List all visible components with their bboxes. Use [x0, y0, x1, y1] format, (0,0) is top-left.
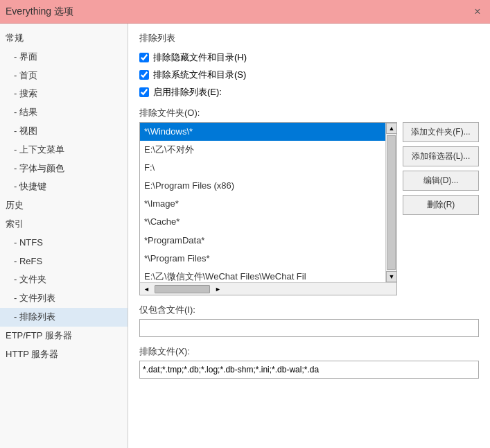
sidebar-item-15[interactable]: - 排除列表	[0, 308, 128, 327]
exclude-hidden-checkbox[interactable]	[139, 53, 149, 62]
add-filter-button[interactable]: 添加筛选器(L)...	[403, 146, 479, 166]
sidebar: 常规- 界面- 首页- 搜索- 结果- 视图- 上下文菜单- 字体与颜色- 快捷…	[0, 24, 128, 448]
add-folder-button[interactable]: 添加文件夹(F)...	[403, 122, 479, 142]
sidebar-item-1[interactable]: - 界面	[0, 48, 128, 67]
sidebar-item-0[interactable]: 常规	[0, 29, 128, 48]
folder-list-item[interactable]: *\Image*	[140, 195, 385, 213]
checkbox-row-1: 排除隐藏文件和目录(H)	[139, 51, 479, 64]
title-bar: Everything 选项 ×	[0, 0, 490, 24]
content-area: 排除列表 排除隐藏文件和目录(H) 排除系统文件和目录(S) 启用排除列表(E)…	[128, 24, 490, 448]
section-title: 排除列表	[139, 32, 479, 44]
exclude-hidden-label: 排除隐藏文件和目录(H)	[153, 51, 247, 64]
include-files-input[interactable]	[139, 319, 479, 337]
scroll-up-button[interactable]: ▲	[386, 123, 396, 134]
close-button[interactable]: ×	[471, 5, 484, 19]
sidebar-item-10[interactable]: 索引	[0, 215, 128, 234]
exclude-files-label: 排除文件(X):	[139, 345, 479, 358]
sidebar-item-12[interactable]: - ReFS	[0, 252, 128, 271]
sidebar-item-4[interactable]: - 结果	[0, 103, 128, 122]
scroll-down-button[interactable]: ▼	[386, 271, 396, 282]
horizontal-scrollbar[interactable]: ◄ ►	[140, 282, 396, 295]
folder-list-item[interactable]: *\Program Files*	[140, 250, 385, 268]
sidebar-item-8[interactable]: - 快捷键	[0, 178, 128, 196]
folder-list-container: *\Windows\*E:\乙\不对外F:\E:\Program Files (…	[139, 122, 479, 295]
enable-exclude-list-checkbox[interactable]	[139, 87, 149, 97]
exclude-system-label: 排除系统文件和目录(S)	[153, 69, 246, 81]
scroll-thumb	[387, 135, 396, 270]
folder-list-label: 排除文件夹(O):	[139, 107, 479, 119]
sidebar-item-17[interactable]: HTTP 服务器	[0, 345, 128, 364]
sidebar-item-3[interactable]: - 搜索	[0, 85, 128, 103]
folder-list-item[interactable]: F:\	[140, 159, 385, 177]
checkbox-row-2: 排除系统文件和目录(S)	[139, 69, 479, 81]
enable-exclude-list-label: 启用排除列表(E):	[153, 86, 222, 98]
buttons-panel: 添加文件夹(F)... 添加筛选器(L)... 编辑(D)... 删除(R)	[403, 122, 479, 295]
folder-list-panel: *\Windows\*E:\乙\不对外F:\E:\Program Files (…	[139, 122, 397, 295]
h-scroll-thumb	[155, 285, 210, 293]
folder-list-item[interactable]: E:\乙\不对外	[140, 141, 385, 159]
sidebar-item-7[interactable]: - 字体与颜色	[0, 160, 128, 178]
folder-list-item[interactable]: *ProgramData*	[140, 232, 385, 250]
sidebar-item-13[interactable]: - 文件夹	[0, 270, 128, 289]
exclude-files-input[interactable]	[139, 361, 479, 379]
checkbox-row-3: 启用排除列表(E):	[139, 86, 479, 98]
sidebar-item-11[interactable]: - NTFS	[0, 234, 128, 252]
sidebar-item-9[interactable]: 历史	[0, 196, 128, 215]
folder-list-item[interactable]: *\Cache*	[140, 213, 385, 231]
edit-button[interactable]: 编辑(D)...	[403, 171, 479, 191]
folder-list-item[interactable]: E:\乙\微信文件\WeChat Files\WeChat Fil	[140, 268, 385, 282]
sidebar-item-16[interactable]: ETP/FTP 服务器	[0, 327, 128, 345]
folder-list-item[interactable]: *\Windows\*	[140, 123, 385, 141]
include-files-label: 仅包含文件(I):	[139, 304, 479, 316]
scroll-right-button[interactable]: ►	[213, 286, 223, 293]
sidebar-item-14[interactable]: - 文件列表	[0, 289, 128, 308]
exclude-system-checkbox[interactable]	[139, 70, 149, 80]
sidebar-item-5[interactable]: - 视图	[0, 122, 128, 141]
vertical-scrollbar[interactable]: ▲ ▼	[385, 123, 396, 282]
folder-list[interactable]: *\Windows\*E:\乙\不对外F:\E:\Program Files (…	[140, 123, 385, 282]
sidebar-item-2[interactable]: - 首页	[0, 67, 128, 85]
sidebar-item-6[interactable]: - 上下文菜单	[0, 141, 128, 160]
folder-list-item[interactable]: E:\Program Files (x86)	[140, 177, 385, 195]
scroll-left-button[interactable]: ◄	[141, 286, 152, 293]
delete-button[interactable]: 删除(R)	[403, 195, 479, 215]
main-container: 常规- 界面- 首页- 搜索- 结果- 视图- 上下文菜单- 字体与颜色- 快捷…	[0, 24, 490, 448]
window-title: Everything 选项	[6, 6, 73, 18]
